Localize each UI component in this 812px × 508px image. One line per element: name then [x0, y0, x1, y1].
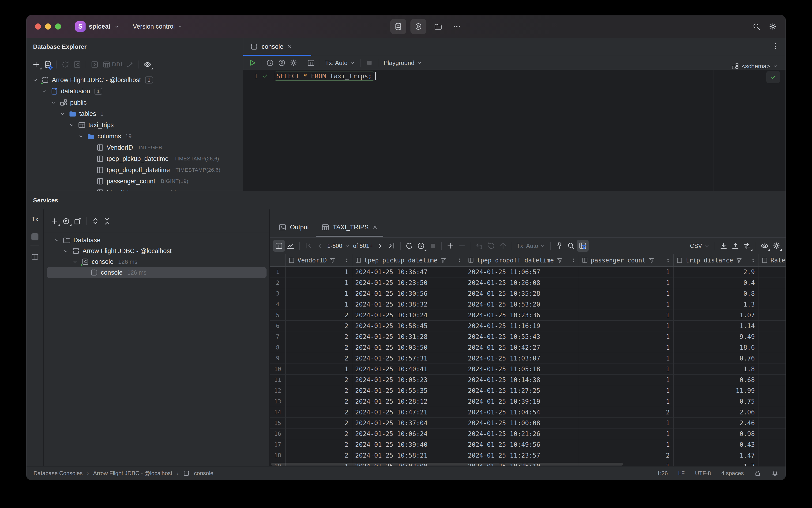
filter-funnel-icon[interactable] [440, 257, 447, 264]
passenger-count-cell[interactable]: 1 [579, 364, 674, 374]
project-files-button[interactable] [434, 22, 442, 31]
row-number-cell[interactable]: 15 [270, 418, 286, 428]
vendor-id-cell[interactable]: 2 [286, 310, 352, 321]
rate-cell[interactable] [759, 353, 785, 364]
grid-settings-button[interactable] [770, 240, 782, 252]
dropoff-datetime-cell[interactable]: 2024-01-25 10:42:27 [465, 342, 579, 353]
table-row[interactable]: 12 2 2024-01-25 10:55:35 2024-01-25 11:2… [270, 385, 785, 396]
table-row[interactable]: 9 2 2024-01-25 10:57:31 2024-01-25 11:03… [270, 353, 785, 364]
horizontal-scrollbar[interactable] [271, 463, 623, 466]
passenger-count-cell[interactable]: 2 [579, 450, 674, 461]
rate-cell[interactable] [759, 364, 785, 374]
passenger-count-cell[interactable]: 1 [579, 299, 674, 309]
pickup-datetime-cell[interactable]: 2024-01-25 10:10:24 [352, 310, 465, 321]
delete-row-button[interactable] [456, 240, 468, 252]
passenger-count-cell[interactable]: 1 [579, 375, 674, 385]
rate-cell[interactable] [759, 428, 785, 439]
indent-widget[interactable]: 4 spaces [721, 470, 744, 476]
dropoff-datetime-cell[interactable]: 2024-01-25 10:21:26 [465, 428, 579, 439]
rate-cell[interactable] [759, 461, 785, 466]
notifications-button[interactable] [771, 470, 778, 477]
service-item-datasource[interactable]: Arrow Flight JDBC - @localhost [44, 246, 269, 256]
pickup-datetime-cell[interactable]: 2024-01-25 10:06:24 [352, 428, 465, 439]
column-header[interactable]: VendorID [286, 254, 352, 266]
rate-cell[interactable] [759, 385, 785, 396]
rate-cell[interactable] [759, 310, 785, 321]
collapse-all-button[interactable] [101, 215, 113, 227]
service-item-console-selected[interactable]: console 126 ms [47, 267, 267, 278]
add-service-button[interactable] [48, 215, 60, 227]
auto-refresh-button[interactable] [415, 240, 427, 252]
tree-item-column[interactable]: tpep_dropoff_datetime TIMESTAMP(26,6) [27, 164, 243, 176]
trip-distance-cell[interactable]: 1.3 [674, 299, 759, 309]
vendor-id-cell[interactable]: 2 [286, 342, 352, 353]
page-size-dropdown[interactable]: 1-500 [327, 243, 350, 249]
pickup-datetime-cell[interactable]: 2024-01-25 10:58:45 [352, 321, 465, 331]
table-row[interactable]: 2 1 2024-01-25 10:23:50 2024-01-25 10:26… [270, 278, 785, 288]
tree-item-schema[interactable]: public [27, 97, 243, 108]
export-button[interactable] [729, 240, 741, 252]
open-in-new-tab-button[interactable] [72, 215, 84, 227]
vendor-id-cell[interactable]: 2 [286, 331, 352, 342]
row-number-cell[interactable]: 3 [270, 288, 286, 299]
vendor-id-cell[interactable]: 1 [286, 267, 352, 277]
dropoff-datetime-cell[interactable]: 2024-01-25 11:16:19 [465, 321, 579, 331]
rate-cell[interactable] [759, 375, 785, 385]
close-button[interactable] [35, 24, 41, 30]
sort-toggle-icon[interactable] [750, 257, 756, 263]
trip-distance-cell[interactable]: 2.46 [674, 418, 759, 428]
row-number-cell[interactable]: 5 [270, 310, 286, 321]
vendor-id-cell[interactable]: 2 [286, 396, 352, 407]
table-row[interactable]: 1 1 2024-01-25 10:36:47 2024-01-25 11:06… [270, 267, 785, 278]
dropoff-datetime-cell[interactable]: 2024-01-25 11:06:57 [465, 267, 579, 277]
sort-toggle-icon[interactable] [570, 257, 576, 263]
trip-distance-cell[interactable]: 0.8 [674, 288, 759, 299]
next-page-button[interactable] [374, 240, 386, 252]
pickup-datetime-cell[interactable]: 2024-01-25 10:31:28 [352, 331, 465, 342]
find-button[interactable] [565, 240, 577, 252]
table-row[interactable]: 16 2 2024-01-25 10:06:24 2024-01-25 10:2… [270, 428, 785, 439]
filter-funnel-icon[interactable] [735, 257, 742, 264]
rate-cell[interactable] [759, 331, 785, 342]
database-tool-button[interactable] [390, 19, 406, 34]
trip-distance-cell[interactable]: 2.9 [674, 267, 759, 277]
chart-view-button[interactable] [285, 240, 297, 252]
sort-toggle-icon[interactable] [456, 257, 462, 263]
passenger-count-cell[interactable]: 1 [579, 428, 674, 439]
tab-output[interactable]: Output [272, 217, 315, 237]
trip-distance-cell[interactable]: 1.14 [674, 321, 759, 331]
passenger-count-cell[interactable]: 1 [579, 342, 674, 353]
vendor-id-cell[interactable]: 2 [286, 418, 352, 428]
dropoff-datetime-cell[interactable]: 2024-01-25 10:23:36 [465, 310, 579, 321]
table-data-button[interactable] [100, 59, 112, 70]
table-row[interactable]: 8 2 2024-01-25 10:03:50 2024-01-25 10:42… [270, 342, 785, 353]
rate-cell[interactable] [759, 342, 785, 353]
vendor-id-cell[interactable]: 2 [286, 353, 352, 364]
dropoff-datetime-cell[interactable]: 2024-01-25 11:05:18 [465, 364, 579, 374]
dropoff-datetime-cell[interactable]: 2024-01-25 10:35:28 [465, 288, 579, 299]
results-tx-dropdown[interactable]: Tx: Auto [516, 243, 546, 249]
minimize-button[interactable] [45, 24, 51, 30]
zoom-button[interactable] [55, 24, 61, 30]
table-row[interactable]: 18 2 2024-01-25 10:58:21 2024-01-25 11:2… [270, 450, 785, 461]
rate-cell[interactable] [759, 396, 785, 407]
vendor-id-cell[interactable]: 2 [286, 321, 352, 331]
sql-statement[interactable]: SELECT * FROM taxi_trips; [275, 72, 374, 81]
project-menu[interactable]: S spiceai [75, 22, 120, 32]
passenger-count-cell[interactable]: 1 [579, 331, 674, 342]
breadcrumb-item[interactable]: Arrow Flight JDBC - @localhost [93, 470, 172, 476]
trip-distance-cell[interactable]: 11.99 [674, 385, 759, 396]
rate-cell[interactable] [759, 267, 785, 277]
tab-close-button[interactable] [372, 224, 378, 230]
row-number-cell[interactable]: 17 [270, 439, 286, 450]
trip-distance-cell[interactable]: 1.07 [674, 310, 759, 321]
tx-toggle-button[interactable]: Tx [32, 216, 38, 223]
row-number-cell[interactable]: 18 [270, 450, 286, 461]
sort-toggle-icon[interactable] [344, 257, 350, 263]
filter-funnel-icon[interactable] [329, 257, 336, 264]
pickup-datetime-cell[interactable]: 2024-01-25 10:05:23 [352, 375, 465, 385]
readonly-lock-button[interactable] [754, 470, 761, 477]
column-header[interactable]: tpep_dropoff_datetime [465, 254, 579, 266]
row-number-cell[interactable]: 11 [270, 375, 286, 385]
add-data-source-button[interactable] [30, 59, 42, 70]
